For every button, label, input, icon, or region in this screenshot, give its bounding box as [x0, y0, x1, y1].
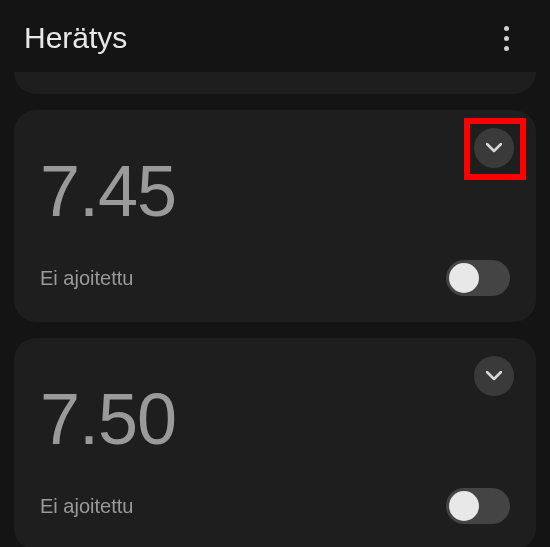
page-title: Herätys — [24, 21, 127, 55]
previous-card-stub — [14, 72, 536, 94]
app-header: Herätys — [0, 0, 550, 72]
alarm-list: 7.45 Ei ajoitettu 7.50 Ei ajoitettu — [0, 72, 550, 547]
alarm-schedule-text: Ei ajoitettu — [40, 495, 133, 518]
more-vertical-icon — [504, 26, 509, 51]
alarm-card: 7.50 Ei ajoitettu — [14, 338, 536, 547]
alarm-toggle[interactable] — [446, 488, 510, 524]
chevron-down-icon — [486, 368, 502, 384]
toggle-knob — [449, 491, 479, 521]
overflow-menu-button[interactable] — [486, 18, 526, 58]
alarm-toggle[interactable] — [446, 260, 510, 296]
alarm-time[interactable]: 7.45 — [40, 150, 510, 232]
alarm-schedule-text: Ei ajoitettu — [40, 267, 133, 290]
toggle-knob — [449, 263, 479, 293]
expand-alarm-button[interactable] — [474, 128, 514, 168]
alarm-time[interactable]: 7.50 — [40, 378, 510, 460]
expand-alarm-button[interactable] — [474, 356, 514, 396]
alarm-card: 7.45 Ei ajoitettu — [14, 110, 536, 322]
chevron-down-icon — [486, 140, 502, 156]
